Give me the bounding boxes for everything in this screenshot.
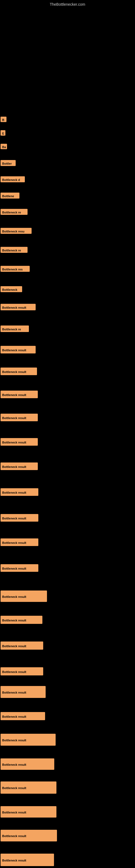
badge-33: Bottleneck result	[1, 806, 56, 817]
badge-23: Bottleneck result	[1, 564, 38, 572]
badge-10: Bottleneck res	[1, 266, 30, 272]
badge-17: Bottleneck result	[1, 414, 38, 421]
badge-9: Bottleneck re	[1, 247, 28, 253]
badge-3: Ba	[1, 144, 7, 149]
badge-14: Bottleneck result	[1, 346, 36, 353]
badge-29: Bottleneck result	[1, 712, 45, 720]
badge-1: B	[1, 117, 6, 122]
badge-21: Bottleneck result	[1, 514, 38, 522]
badge-15: Bottleneck result	[1, 368, 37, 375]
badge-16: Bottleneck result	[1, 391, 38, 398]
badge-2: E	[1, 130, 5, 135]
badge-11: Bottleneck	[1, 286, 22, 292]
badge-28: Bottleneck result	[1, 686, 46, 698]
badge-35: Bottleneck result	[1, 854, 54, 866]
badge-32: Bottleneck result	[1, 781, 56, 794]
badge-31: Bottleneck result	[1, 758, 54, 770]
badge-4: Bottler	[1, 160, 16, 166]
badge-34: Bottleneck result	[1, 830, 57, 841]
badge-12: Bottleneck result	[1, 304, 36, 310]
badge-26: Bottleneck result	[1, 642, 43, 650]
site-title: TheBottlenecker.com	[50, 2, 85, 6]
badge-13: Bottleneck re	[1, 326, 29, 332]
badge-20: Bottleneck result	[1, 488, 38, 496]
badge-27: Bottleneck result	[1, 667, 43, 675]
badge-7: Bottleneck re	[1, 209, 28, 215]
badge-6: Bottlene	[1, 193, 19, 198]
badge-25: Bottleneck result	[1, 616, 42, 624]
badge-24: Bottleneck result	[1, 590, 47, 602]
badge-5: Bottleneck d	[1, 176, 25, 182]
badge-8: Bottleneck resu	[1, 228, 32, 234]
badge-30: Bottleneck result	[1, 734, 56, 746]
badge-19: Bottleneck result	[1, 463, 38, 470]
badge-22: Bottleneck result	[1, 538, 38, 546]
badge-18: Bottleneck result	[1, 438, 38, 446]
